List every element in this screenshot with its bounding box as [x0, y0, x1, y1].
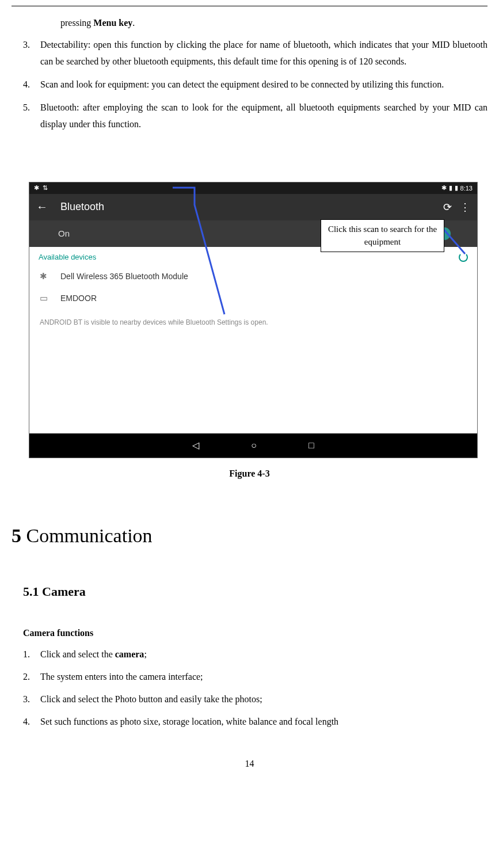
device-row[interactable]: ▭ EMDOOR	[29, 287, 477, 309]
bluetooth-status-icon: ✱	[34, 184, 39, 192]
refresh-icon[interactable]: ⟳	[443, 201, 452, 214]
visibility-note: ANDROID BT is visible to nearby devices …	[29, 309, 477, 336]
device-name: Dell Wireless 365 Bluetooth Module	[60, 272, 188, 281]
list-number: 3.	[12, 36, 40, 70]
list-text: Set such functions as photo sixe, storag…	[40, 714, 487, 729]
list-text: Detectability: open this function by cli…	[40, 36, 487, 70]
toggle-label: On	[58, 229, 70, 238]
list-number: 2.	[12, 669, 40, 684]
overflow-menu-icon[interactable]: ⋮	[460, 201, 470, 214]
back-icon[interactable]: ←	[36, 200, 48, 214]
list-text: Click and select the Photo button and ea…	[40, 691, 487, 707]
figure-container: Click this and open the detectability fu…	[12, 182, 487, 479]
list-item: 3. Detectability: open this function by …	[12, 36, 487, 70]
bluetooth-header: ← Bluetooth ⟳ ⋮	[29, 194, 477, 220]
bluetooth-instructions: 3. Detectability: open this function by …	[12, 36, 487, 133]
nav-recent-icon[interactable]: □	[308, 440, 314, 451]
list-number: 4.	[12, 76, 40, 93]
list-item: 5. Bluetooth: after employing the scan t…	[12, 99, 487, 133]
chapter-heading: 5 Communication	[12, 525, 487, 547]
figure-caption: Figure 4-3	[12, 469, 487, 479]
list-item: 2. The system enters into the camera int…	[12, 669, 487, 684]
battery-icon: ▮	[455, 184, 458, 192]
list-text: The system enters into the camera interf…	[40, 669, 487, 684]
list-text: Bluetooth: after employing the scan to l…	[40, 99, 487, 133]
camera-functions-heading: Camera functions	[23, 628, 487, 638]
list-number: 4.	[12, 714, 40, 729]
page-number: 14	[12, 759, 487, 769]
list-item: 4. Scan and look for equipment: you can …	[12, 76, 487, 93]
continuation-line: pressing Menu key.	[60, 15, 487, 32]
device-row[interactable]: ✱ Dell Wireless 365 Bluetooth Module	[29, 265, 477, 287]
list-item: 4. Set such functions as photo sixe, sto…	[12, 714, 487, 729]
list-number: 1.	[12, 646, 40, 662]
header-title: Bluetooth	[60, 201, 104, 213]
list-item: 3. Click and select the Photo button and…	[12, 691, 487, 707]
camera-instructions: 1. Click and select the camera; 2. The s…	[12, 646, 487, 730]
arrow-left	[173, 182, 242, 320]
list-text: Scan and look for equipment: you can det…	[40, 76, 487, 93]
list-text: Click and select the camera;	[40, 646, 487, 662]
laptop-device-icon: ▭	[40, 293, 50, 303]
bluetooth-device-icon: ✱	[40, 271, 50, 281]
nav-home-icon[interactable]: ○	[251, 440, 257, 451]
nav-bar: ◁ ○ □	[29, 433, 477, 458]
status-bar: ✱ ⇅ ✱ ▮ ▮ 8:13	[29, 182, 477, 194]
device-name: EMDOOR	[60, 294, 97, 303]
callout-scan: Click this scan to search for the equipm…	[321, 219, 444, 252]
nav-back-icon[interactable]: ◁	[192, 440, 199, 451]
list-number: 5.	[12, 99, 40, 133]
list-number: 3.	[12, 691, 40, 707]
signal-icon: ▮	[449, 184, 452, 192]
list-item: 1. Click and select the camera;	[12, 646, 487, 662]
bluetooth-icon: ✱	[441, 184, 447, 192]
network-status-icon: ⇅	[43, 184, 48, 192]
section-heading: 5.1 Camera	[23, 584, 487, 599]
clock-time: 8:13	[460, 185, 473, 192]
